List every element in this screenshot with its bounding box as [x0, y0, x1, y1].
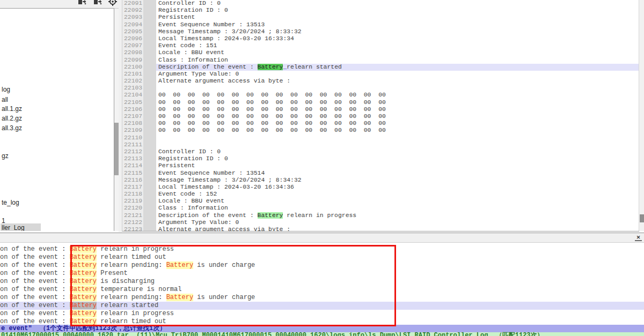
line-number: 22098	[122, 49, 143, 56]
line-text: Class : Information	[156, 205, 639, 212]
line-number: 22093	[122, 14, 143, 21]
result-text: on of the event :	[0, 294, 70, 301]
result-match-highlight: Battery	[70, 318, 97, 325]
editor-line[interactable]: 2210600 00 00 00 00 00 00 00 00 00 00 00…	[122, 106, 639, 113]
result-match-highlight: Battery	[70, 278, 97, 285]
editor-line[interactable]: 22118Event code : 152	[122, 191, 639, 198]
editor-line[interactable]: 22094Event Sequence Number : 13513	[122, 21, 639, 28]
line-text	[156, 135, 639, 141]
sidebar-item-te_log[interactable]: te_log	[1, 198, 35, 207]
result-text: on of the event :	[0, 245, 70, 253]
editor-line[interactable]: 22116Message Timestamp : 3/20/2024 ; 8:3…	[122, 177, 639, 184]
bookmark-margin	[143, 21, 156, 28]
search-results-panel: ✕ on of the event : Battery relearn in p…	[0, 233, 644, 336]
result-row[interactable]: on of the event : Battery relearn timed …	[0, 253, 644, 262]
bookmark-margin	[143, 57, 156, 64]
result-row[interactable]: on of the event : Battery relearn in pro…	[0, 310, 644, 318]
result-row[interactable]: on of the event : Battery relearn in pro…	[0, 245, 644, 253]
sidebar-item-gz[interactable]: gz	[1, 152, 25, 161]
editor-line[interactable]: 2210400 00 00 00 00 00 00 00 00 00 00 00…	[122, 92, 639, 99]
search-summary-bar[interactable]: e event" （1个文件中匹配到1123次，总计查找1次）	[0, 325, 644, 332]
editor-line[interactable]: 22114Persistent	[122, 162, 639, 169]
result-text: relearn in progress	[97, 245, 174, 253]
editor-line[interactable]: 22120Class : Information	[122, 205, 639, 212]
line-number: 22106	[122, 106, 143, 113]
result-row[interactable]: on of the event : Battery temperature is…	[0, 286, 644, 294]
bookmark-margin	[143, 219, 156, 226]
editor-line[interactable]: 22115Event Sequence Number : 13514	[122, 170, 639, 177]
bookmark-margin	[143, 162, 156, 169]
result-row[interactable]: on of the event : Battery relearn pendin…	[0, 262, 644, 270]
locate-button[interactable]	[107, 0, 119, 8]
line-text: Registration ID : 0	[156, 155, 639, 162]
result-match-highlight: Battery	[70, 245, 97, 253]
editor-line[interactable]: 2210500 00 00 00 00 00 00 00 00 00 00 00…	[122, 99, 639, 106]
editor-line[interactable]: 22113Registration ID : 0	[122, 155, 639, 162]
sidebar-scrollbar[interactable]	[114, 8, 119, 231]
editor-line[interactable]: 22096Local Timestamp : 2024-03-20 16:33:…	[122, 35, 639, 42]
log-editor[interactable]: 22091Controller ID : 022092Registration …	[122, 0, 639, 232]
editor-line[interactable]: 22095Message Timestamp : 3/20/2024 ; 8:3…	[122, 28, 639, 35]
bookmark-margin	[143, 191, 156, 198]
editor-line[interactable]: 22119Locale : BBU event	[122, 198, 639, 205]
editor-line[interactable]: 2210900 00 00 00 00 00 00 00 00 00 00 00…	[122, 127, 639, 134]
line-number: 22097	[122, 42, 143, 49]
editor-scrollbar[interactable]	[639, 0, 644, 231]
editor-line[interactable]: 22100Description of the event : Battery_…	[122, 64, 639, 71]
sidebar-item-ller_Log[interactable]: ller_Log	[1, 223, 41, 231]
editor-line[interactable]: 22123Alternate argument access via byte …	[122, 226, 639, 232]
close-results-button[interactable]: ✕	[635, 235, 642, 241]
line-number: 22113	[122, 155, 143, 162]
bookmark-margin	[143, 170, 156, 177]
result-text: on of the event :	[0, 310, 70, 317]
editor-line[interactable]: 22097Event code : 151	[122, 42, 639, 49]
bookmark-margin	[143, 49, 156, 56]
result-match-highlight: Battery	[70, 310, 97, 317]
line-number: 22103	[122, 85, 143, 92]
sidebar-scrollbar-thumb[interactable]	[114, 123, 119, 175]
result-text: on of the event :	[0, 253, 70, 261]
sidebar-item-log[interactable]: log	[1, 85, 26, 94]
result-row[interactable]: on of the event : Battery Present	[0, 270, 644, 278]
result-file-path-bar[interactable]: 01410M617000015_00040000_1620.tar (11)\M…	[0, 332, 644, 336]
sidebar-item-all[interactable]: all	[1, 95, 24, 104]
sidebar-item-all.1.gz[interactable]: all.1.gz	[1, 104, 38, 114]
sidebar-item-all.3.gz[interactable]: all.3.gz	[1, 124, 38, 133]
result-text: on of the event :	[0, 318, 70, 325]
editor-line[interactable]: 2210800 00 00 00 00 00 00 00 00 00 00 00…	[122, 120, 639, 127]
bookmark-margin	[143, 7, 156, 14]
editor-line[interactable]: 22121Description of the event : Battery …	[122, 212, 639, 219]
editor-line[interactable]: 22093Persistent	[122, 14, 639, 21]
line-text	[156, 141, 639, 148]
line-text: Persistent	[156, 14, 639, 21]
editor-line[interactable]: 22122Argument Type Value: 0	[122, 219, 639, 226]
sidebar-item-all.2.gz[interactable]: all.2.gz	[1, 114, 38, 123]
editor-line[interactable]: 22102Alternate argument access via byte …	[122, 78, 639, 85]
line-text: Locale : BBU event	[156, 198, 639, 205]
editor-line[interactable]: 22112Controller ID : 0	[122, 148, 639, 155]
editor-line[interactable]: 22117Local Timestamp : 2024-03-20 16:34:…	[122, 184, 639, 191]
line-text: 00 00 00 00 00 00 00 00 00 00 00 00 00 0…	[156, 120, 639, 127]
editor-line[interactable]: 22110	[122, 135, 639, 141]
editor-line[interactable]: 22101Argument Type Value: 0	[122, 71, 639, 78]
line-text-segment: relearn started	[287, 64, 342, 70]
editor-scrollbar-thumb[interactable]	[640, 214, 644, 222]
editor-line[interactable]: 22103	[122, 85, 639, 92]
export-log-button[interactable]	[76, 0, 88, 8]
line-text: 00 00 00 00 00 00 00 00 00 00 00 00 00 0…	[156, 113, 639, 120]
bookmark-margin	[143, 28, 156, 35]
editor-line[interactable]: 22092Registration ID : 0	[122, 7, 639, 14]
editor-line[interactable]: 22091Controller ID : 0	[122, 0, 639, 7]
result-text: relearn timed out	[97, 318, 166, 325]
editor-line[interactable]: 22098Locale : BBU event	[122, 49, 639, 56]
editor-line[interactable]: 22099Class : Information	[122, 57, 639, 64]
editor-line[interactable]: 2210700 00 00 00 00 00 00 00 00 00 00 00…	[122, 113, 639, 120]
result-row[interactable]: on of the event : Battery relearn starte…	[0, 302, 644, 310]
result-row[interactable]: on of the event : Battery is discharging	[0, 278, 644, 286]
line-text: Controller ID : 0	[156, 0, 639, 7]
result-row[interactable]: on of the event : Battery relearn pendin…	[0, 294, 644, 302]
line-number: 22105	[122, 99, 143, 106]
line-text: 00 00 00 00 00 00 00 00 00 00 00 00 00 0…	[156, 106, 639, 113]
editor-line[interactable]: 22111	[122, 141, 639, 148]
export-log-button[interactable]	[92, 0, 104, 8]
